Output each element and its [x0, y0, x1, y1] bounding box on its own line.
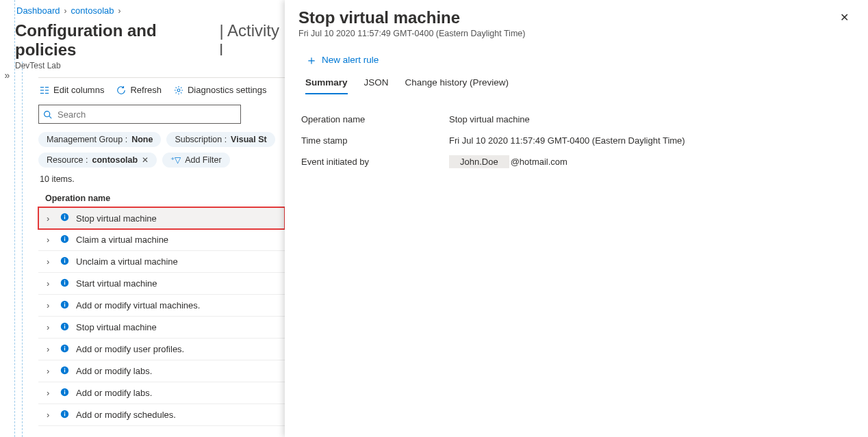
column-header-operation-name[interactable]: Operation name	[38, 189, 285, 207]
add-filter-button[interactable]: ⁺▽ Add Filter	[162, 153, 230, 168]
panel-timestamp: Fri Jul 10 2020 11:57:49 GMT-0400 (Easte…	[298, 29, 525, 38]
new-alert-label: New alert rule	[322, 55, 379, 65]
svg-rect-16	[64, 260, 65, 263]
filter-add-icon: ⁺▽	[170, 155, 181, 165]
kv-timestamp-key: Time stamp	[301, 135, 449, 146]
filter-subscription[interactable]: Subscription : Visual St	[166, 132, 275, 147]
operation-row[interactable]: ›Stop virtual machine	[38, 317, 285, 339]
info-icon	[60, 344, 69, 355]
kv-timestamp-value: Fri Jul 10 2020 11:57:49 GMT-0400 (Easte…	[449, 135, 685, 146]
operation-list: ›Stop virtual machine›Claim a virtual ma…	[38, 207, 285, 426]
chevron-right-icon[interactable]: ›	[47, 344, 53, 354]
svg-rect-14	[64, 237, 65, 237]
gear-icon	[174, 85, 183, 95]
svg-rect-25	[64, 326, 65, 328]
chevron-right-icon[interactable]: ›	[47, 256, 53, 267]
search-icon	[43, 110, 52, 119]
info-icon	[60, 235, 69, 246]
operation-row-label: Stop virtual machine	[76, 322, 157, 332]
tab-change-history[interactable]: Change history (Preview)	[405, 75, 509, 94]
svg-rect-19	[64, 282, 65, 284]
close-panel-button[interactable]: ✕	[837, 8, 852, 27]
svg-rect-38	[64, 412, 65, 412]
info-icon	[60, 213, 69, 224]
breadcrumb-dashboard[interactable]: Dashboard	[16, 5, 60, 16]
operation-row[interactable]: ›Unclaim a virtual machine	[38, 251, 285, 273]
operation-row-label: Add or modify user profiles.	[76, 344, 184, 354]
filter-mg-value: None	[131, 135, 153, 144]
info-icon	[60, 278, 69, 289]
refresh-icon	[116, 85, 126, 95]
chevron-right-icon[interactable]: ›	[47, 235, 53, 245]
diagnostics-settings-button[interactable]: Diagnostics settings	[174, 85, 267, 95]
filter-sub-value: Visual St	[231, 135, 267, 144]
svg-line-8	[49, 116, 51, 118]
page-subtitle: DevTest Lab	[15, 61, 285, 70]
redacted-user: John.Doe	[449, 155, 509, 168]
chevron-right-icon[interactable]: ›	[47, 410, 53, 420]
chevron-right-icon[interactable]: ›	[47, 300, 53, 310]
search-input[interactable]	[56, 109, 236, 120]
chevron-right-icon[interactable]: ›	[47, 322, 53, 332]
plus-icon: ＋	[305, 55, 318, 65]
panel-title: Stop virtual machine	[298, 8, 525, 27]
user-email-suffix: @hotmail.com	[511, 157, 567, 167]
edit-columns-button[interactable]: Edit columns	[40, 85, 104, 95]
operation-row[interactable]: ›Add or modify labs.	[38, 382, 285, 404]
page-title-suffix: | Activity l	[219, 21, 285, 59]
kv-operation-name-key: Operation name	[301, 114, 449, 124]
chevron-right-icon[interactable]: ›	[47, 366, 53, 376]
info-icon	[60, 366, 69, 377]
svg-rect-26	[64, 324, 65, 325]
info-icon	[60, 388, 69, 399]
operation-row[interactable]: ›Add or modify user profiles.	[38, 339, 285, 360]
svg-point-6	[177, 89, 180, 92]
operation-row[interactable]: ›Stop virtual machine	[38, 207, 285, 229]
operation-row[interactable]: ›Claim a virtual machine	[38, 229, 285, 251]
operation-row[interactable]: ›Add or modify labs.	[38, 360, 285, 382]
operation-row[interactable]: ›Add or modify schedules.	[38, 404, 285, 426]
chevron-right-icon[interactable]: ›	[47, 213, 53, 224]
search-box[interactable]	[38, 105, 241, 124]
kv-operation-name-value: Stop virtual machine	[449, 114, 530, 124]
svg-rect-32	[64, 368, 65, 369]
expand-sidebar-handle[interactable]: »	[0, 0, 15, 437]
filter-res-label: Resource :	[47, 155, 88, 165]
chevron-right-icon[interactable]: ›	[47, 388, 53, 398]
operation-row-label: Add or modify schedules.	[76, 410, 176, 420]
svg-rect-11	[64, 215, 65, 215]
filter-res-value: contosolab	[92, 155, 138, 165]
edit-columns-label: Edit columns	[53, 85, 104, 95]
svg-rect-37	[64, 413, 65, 416]
svg-point-7	[44, 111, 50, 116]
new-alert-rule-button[interactable]: ＋ New alert rule	[305, 55, 852, 65]
operation-row[interactable]: ›Add or modify virtual machines.	[38, 295, 285, 317]
svg-rect-29	[64, 346, 65, 347]
chevron-right-icon[interactable]: ›	[47, 278, 53, 289]
close-icon: ✕	[840, 12, 849, 23]
svg-rect-34	[64, 391, 65, 394]
tab-summary[interactable]: Summary	[305, 75, 348, 94]
page-title: Configuration and policies	[15, 21, 214, 59]
operation-row-label: Add or modify labs.	[76, 366, 152, 376]
operation-row-label: Add or modify labs.	[76, 388, 152, 398]
chevron-right-icon: »	[5, 70, 10, 81]
close-icon[interactable]: ✕	[142, 155, 149, 165]
refresh-button[interactable]: Refresh	[116, 85, 162, 95]
info-icon	[60, 410, 69, 421]
refresh-label: Refresh	[130, 85, 162, 95]
item-count: 10 items.	[40, 174, 285, 184]
filter-mg-label: Management Group :	[47, 135, 127, 144]
tab-json[interactable]: JSON	[364, 75, 389, 94]
filter-sub-label: Subscription :	[175, 135, 227, 144]
operation-row-label: Add or modify virtual machines.	[76, 300, 200, 310]
operation-row[interactable]: ›Start virtual machine	[38, 273, 285, 295]
filter-resource[interactable]: Resource : contosolab ✕	[38, 153, 157, 168]
svg-rect-20	[64, 280, 65, 281]
info-icon	[60, 322, 69, 333]
diagnostics-label: Diagnostics settings	[188, 85, 267, 95]
breadcrumb-contosolab[interactable]: contosolab	[71, 5, 114, 16]
panel-tabs: Summary JSON Change history (Preview)	[305, 75, 852, 95]
svg-rect-13	[64, 238, 65, 241]
filter-management-group[interactable]: Management Group : None	[38, 132, 161, 147]
